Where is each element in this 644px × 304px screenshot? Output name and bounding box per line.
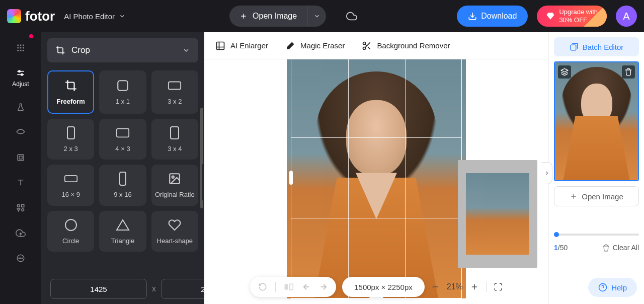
rail-adjust[interactable]: Adjust (12, 67, 29, 88)
zoom-in-button[interactable] (470, 282, 479, 291)
crop-dropdown[interactable]: Crop (47, 38, 198, 62)
expand-right-panel-button[interactable] (541, 162, 552, 184)
svg-rect-31 (217, 42, 224, 49)
svg-point-20 (22, 258, 23, 259)
svg-point-30 (65, 219, 76, 231)
history-button[interactable] (258, 282, 267, 291)
canvas-main[interactable] (204, 59, 548, 304)
magic-eraser-button[interactable]: Magic Eraser (285, 41, 345, 51)
svg-rect-16 (22, 204, 24, 207)
compare-icon (284, 283, 294, 291)
svg-point-5 (23, 47, 24, 49)
sliders-icon (16, 68, 26, 78)
crop-handle-left[interactable] (289, 171, 293, 185)
zoom-out-button[interactable] (431, 282, 440, 291)
thumbnail-delete-button[interactable] (622, 65, 635, 79)
crop-tile-heart[interactable]: Heart-shape (151, 211, 198, 252)
crop-ratio-grid: Freeform 1 x 1 3 x 2 2 x 3 4 × 3 3 x 4 (47, 70, 198, 252)
shapes-icon (16, 203, 26, 213)
crop-tile-2x3[interactable]: 2 x 3 (47, 119, 94, 160)
crop-tile-triangle[interactable]: Triangle (99, 211, 146, 252)
svg-point-29 (172, 176, 174, 178)
svg-rect-22 (169, 82, 181, 90)
svg-rect-35 (290, 284, 293, 290)
download-label: Download (481, 12, 517, 21)
plus-icon (239, 12, 248, 20)
minimap[interactable] (458, 160, 537, 268)
chevron-down-icon (182, 46, 190, 54)
thumbnail-footer: 1/50 Clear All (554, 244, 639, 252)
avatar[interactable]: A (616, 6, 637, 27)
help-button[interactable]: Help (588, 278, 637, 297)
plus-icon (570, 192, 578, 200)
undo-button[interactable] (302, 282, 311, 291)
thumbnail-layers-button[interactable] (558, 65, 571, 79)
open-image-dropdown[interactable] (307, 6, 326, 27)
rail-beauty[interactable] (15, 127, 26, 138)
background-remover-button[interactable]: Background Remover (362, 41, 450, 51)
crop-tile-3x4[interactable]: 3 x 4 (151, 119, 198, 160)
redo-button[interactable] (319, 282, 328, 291)
svg-rect-26 (64, 176, 77, 182)
left-rail: Adjust (0, 32, 41, 304)
rail-cloud[interactable] (15, 227, 26, 239)
rail-frames[interactable] (15, 152, 26, 163)
notification-dot (29, 34, 33, 38)
rail-apps[interactable] (15, 42, 26, 53)
crop-tile-1x1[interactable]: 1 x 1 (99, 70, 146, 114)
maximize-icon (494, 282, 503, 291)
arrow-left-icon (302, 282, 311, 291)
batch-editor-button[interactable]: Batch Editor (554, 37, 639, 56)
ai-enlarger-button[interactable]: AI Enlarger (215, 41, 268, 51)
cloud-button[interactable] (346, 11, 357, 22)
thumbnail-slider[interactable] (554, 234, 639, 236)
help-icon (598, 283, 607, 292)
open-image-side-button[interactable]: Open Image (554, 186, 639, 206)
logo[interactable]: fotor (7, 9, 55, 24)
rail-elements[interactable] (15, 202, 26, 213)
open-image-button[interactable]: Open Image (229, 12, 307, 21)
compare-button[interactable] (284, 283, 294, 291)
fit-screen-button[interactable] (494, 282, 503, 291)
crop-tile-9x16[interactable]: 9 x 16 (99, 165, 146, 206)
layers-icon (570, 42, 579, 51)
logo-icon (7, 9, 21, 23)
crop-tile-4x3[interactable]: 4 × 3 (99, 119, 146, 160)
upgrade-button[interactable]: Upgrade with 30% OFF (537, 6, 607, 27)
crop-tile-circle[interactable]: Circle (47, 211, 94, 252)
chevron-down-icon (313, 13, 320, 20)
svg-point-7 (20, 50, 22, 51)
svg-rect-21 (118, 81, 128, 91)
svg-point-15 (17, 204, 20, 207)
crop-handle-bottom[interactable] (369, 296, 383, 300)
crop-width-input[interactable] (50, 279, 147, 299)
crop-overlay[interactable] (287, 59, 466, 298)
crop-tile-original[interactable]: Original Ratio (151, 165, 198, 206)
svg-point-18 (19, 258, 20, 259)
image-count: 1/50 (554, 244, 568, 252)
crop-tile-freeform[interactable]: Freeform (47, 70, 94, 114)
rail-adjust-label: Adjust (12, 81, 29, 88)
image-thumbnail[interactable] (554, 61, 639, 181)
triangle-icon (116, 218, 130, 232)
svg-rect-27 (120, 172, 126, 185)
crop-tile-3x2[interactable]: 3 x 2 (151, 70, 198, 114)
download-button[interactable]: Download (457, 6, 528, 27)
diamond-icon (546, 12, 555, 21)
cloud-upload-icon (16, 228, 26, 238)
clear-all-button[interactable]: Clear All (602, 244, 639, 252)
rail-effects[interactable] (15, 102, 26, 113)
crop-tile-16x9[interactable]: 16 × 9 (47, 165, 94, 206)
svg-rect-25 (171, 127, 179, 139)
rect-wide-icon (116, 127, 130, 139)
ai-photo-editor-menu[interactable]: AI Photo Editor (64, 12, 126, 21)
svg-rect-14 (19, 156, 22, 159)
rect-widescreen-icon (64, 174, 78, 184)
scissors-icon (362, 41, 372, 51)
rail-more[interactable] (15, 253, 26, 264)
minus-icon (431, 282, 440, 291)
svg-point-33 (363, 47, 366, 49)
photo-preview[interactable] (287, 59, 466, 298)
rail-text[interactable] (15, 177, 26, 188)
crop-dimensions-row: x (47, 279, 198, 299)
